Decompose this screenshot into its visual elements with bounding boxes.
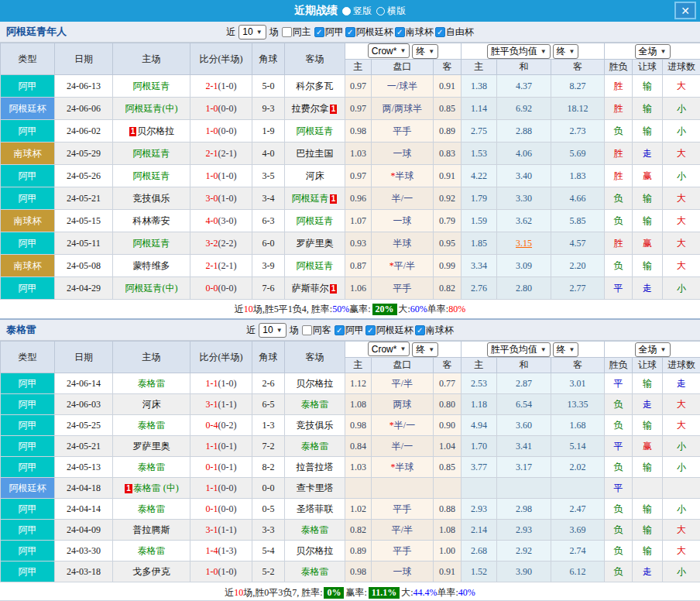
odds-away-cell: 0.89 bbox=[434, 120, 462, 143]
avg-stage-select[interactable]: 终▼ bbox=[553, 342, 579, 357]
goals-result-cell: 走 bbox=[663, 373, 700, 394]
result-cell: 平 bbox=[605, 277, 633, 300]
handicap-result-cell: 输 bbox=[633, 520, 663, 541]
avg-d-cell: 6.92 bbox=[497, 98, 551, 120]
score-cell: 1-1(1-0) bbox=[190, 373, 252, 394]
date-cell: 24-03-18 bbox=[55, 562, 113, 582]
avg-a-cell: 1.68 bbox=[551, 415, 605, 436]
team-label: 竞技俱乐 bbox=[297, 420, 334, 431]
league-type-cell: 阿甲 bbox=[1, 232, 55, 255]
score-cell: 1-0(1-0) bbox=[190, 562, 252, 582]
league-checkbox[interactable]: ✓阿甲 bbox=[335, 324, 364, 337]
match-count-value: 10 bbox=[262, 325, 273, 335]
avg-h-cell: 4.94 bbox=[462, 415, 497, 436]
same-venue-filter[interactable]: 同主 bbox=[282, 26, 311, 39]
odds-away-cell: 0.99 bbox=[434, 255, 462, 277]
scope-select[interactable]: 全场▼ bbox=[635, 342, 671, 357]
score-cell: 2-1(1-0) bbox=[190, 75, 252, 98]
away-team-cell: 拉普拉塔 bbox=[285, 457, 345, 478]
summary-segment: 40% bbox=[458, 587, 475, 599]
chevron-down-icon: ▼ bbox=[569, 346, 575, 353]
checkbox-icon[interactable]: ✓ bbox=[435, 27, 445, 37]
section-header: 阿根廷青年人 近 10 ▼ 场 同主 ✓阿甲✓阿根廷杯✓南球杯✓自由杯 bbox=[0, 22, 700, 43]
league-type-cell: 阿甲 bbox=[1, 165, 55, 187]
date-cell: 24-05-08 bbox=[55, 255, 113, 277]
scope-select[interactable]: 全场▼ bbox=[635, 44, 671, 59]
handicap-result-cell: 输 bbox=[633, 98, 663, 120]
corner-cell: 3-5 bbox=[252, 165, 285, 187]
corner-cell: 6-0 bbox=[252, 232, 285, 255]
team-label: 科尔多瓦 bbox=[297, 81, 334, 91]
filter-bar: 近 10 ▼ 场 同客 ✓阿甲✓阿根廷杯✓南球杯 bbox=[246, 323, 453, 338]
checkbox-icon[interactable]: ✓ bbox=[395, 27, 405, 37]
corner-cell: 6-3 bbox=[252, 210, 285, 232]
date-cell: 24-04-18 bbox=[55, 478, 113, 499]
checkbox-icon[interactable]: ✓ bbox=[314, 27, 324, 37]
corner-cell: 7-2 bbox=[252, 436, 285, 457]
bookmaker-select[interactable]: Crow*▼ bbox=[368, 43, 410, 58]
team-label: 竞技俱乐 bbox=[133, 193, 170, 204]
match-count-select[interactable]: 10 ▼ bbox=[259, 323, 286, 338]
same-venue-filter[interactable]: 同客 bbox=[302, 324, 331, 337]
odds-away-cell: 0.91 bbox=[434, 165, 462, 187]
radio-selected-icon[interactable] bbox=[342, 7, 351, 15]
odds-away-cell bbox=[434, 478, 462, 499]
handicap-result-cell: 走 bbox=[633, 277, 663, 300]
avg-h-cell: 3.77 bbox=[462, 457, 497, 478]
summary-segment: 大: bbox=[401, 586, 413, 599]
chevron-down-icon: ▼ bbox=[540, 346, 547, 353]
radio-unselected-icon[interactable] bbox=[376, 7, 385, 15]
away-team-cell: 河床 bbox=[285, 165, 345, 187]
avg-d-cell: 4.37 bbox=[497, 75, 551, 98]
odds-stage-select[interactable]: 终▼ bbox=[412, 342, 438, 357]
checkbox-icon[interactable]: ✓ bbox=[345, 27, 355, 37]
horizontal-layout-radio[interactable]: 横版 bbox=[376, 5, 406, 18]
odds-home-cell: 0.98 bbox=[345, 120, 372, 143]
checkbox-icon[interactable] bbox=[282, 27, 292, 37]
close-button[interactable]: ✕ bbox=[674, 2, 696, 19]
summary-segment: 11.1% bbox=[369, 587, 400, 599]
league-type-cell: 阿甲 bbox=[1, 187, 55, 210]
result-cell: 平 bbox=[605, 478, 633, 499]
vertical-layout-radio[interactable]: 竖版 bbox=[342, 5, 372, 18]
fulltime-score: 0-4 bbox=[206, 420, 218, 431]
odds-home-cell: 1.12 bbox=[345, 373, 372, 394]
league-checkbox[interactable]: ✓阿根廷杯 bbox=[345, 26, 393, 39]
score-cell: 1-1(0-1) bbox=[190, 436, 252, 457]
handicap-result-cell bbox=[633, 478, 663, 499]
col-date: 日期 bbox=[55, 342, 113, 373]
away-team-cell: 泰格雷 bbox=[285, 520, 345, 541]
halftime-score: (1-3) bbox=[218, 545, 237, 556]
league-checkbox[interactable]: ✓自由杯 bbox=[435, 26, 474, 39]
bookmaker-select[interactable]: Crow*▼ bbox=[368, 342, 410, 356]
team-label: 蒙特维多 bbox=[133, 260, 170, 271]
table-row: 阿甲24-03-30泰格雷1-4(1-3)5-4贝尔格拉0.89平手1.002.… bbox=[1, 541, 700, 562]
avg-d-cell: 2.98 bbox=[497, 499, 551, 520]
corner-cell: 6-5 bbox=[252, 394, 285, 415]
avg-stage-select[interactable]: 终▼ bbox=[553, 44, 579, 59]
league-checkbox[interactable]: ✓南球杯 bbox=[395, 26, 434, 39]
results-table: 类型 日期 主场 比分(半场) 角球 客场 Crow*▼ 终▼ 胜平负均值▼ 终… bbox=[0, 43, 700, 300]
result-cell: 负 bbox=[605, 255, 633, 277]
league-checkbox[interactable]: ✓阿根廷杯 bbox=[365, 324, 413, 337]
avg-type-select[interactable]: 胜平负均值▼ bbox=[487, 342, 551, 357]
avg-type-select[interactable]: 胜平负均值▼ bbox=[487, 44, 551, 59]
league-checkbox[interactable]: ✓阿甲 bbox=[314, 26, 344, 39]
checkbox-icon[interactable]: ✓ bbox=[365, 325, 376, 335]
league-checkbox[interactable]: ✓南球杯 bbox=[415, 324, 454, 337]
odds-stage-select[interactable]: 终▼ bbox=[412, 44, 438, 59]
goals-result-cell: 小 bbox=[663, 277, 700, 300]
result-cell: 胜 bbox=[605, 165, 633, 187]
odds-link[interactable]: 3.15 bbox=[516, 238, 532, 249]
league-type-cell: 阿根廷杯 bbox=[1, 98, 55, 120]
corner-cell: 2-6 bbox=[252, 373, 285, 394]
corner-cell: 3-9 bbox=[252, 255, 285, 277]
checkbox-icon[interactable]: ✓ bbox=[335, 325, 345, 335]
checkbox-icon[interactable]: ✓ bbox=[415, 325, 425, 335]
league-type-cell: 南球杯 bbox=[1, 255, 55, 277]
match-count-select[interactable]: 10 ▼ bbox=[238, 25, 266, 39]
result-cell: 负 bbox=[605, 457, 633, 478]
checkbox-icon[interactable] bbox=[302, 325, 312, 335]
odds-away-cell: 0.77 bbox=[434, 373, 462, 394]
col-odds-away: 客 bbox=[434, 358, 462, 373]
